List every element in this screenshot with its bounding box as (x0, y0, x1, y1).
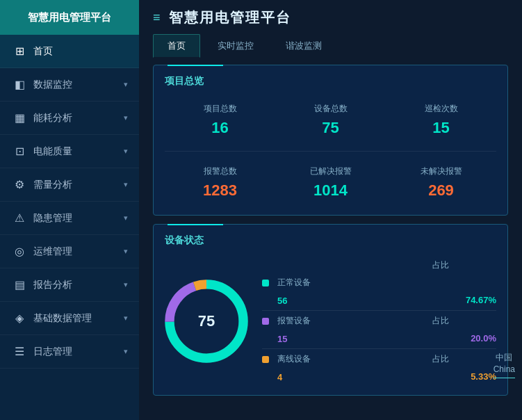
sidebar-item-basic-data[interactable]: ◈ 基础数据管理 ▾ (0, 302, 139, 335)
sidebar-item-hazard-mgmt-label: 隐患管理 (33, 212, 72, 225)
overview-card: 项目总览 项目总数 16 设备总数 75 巡检次数 15 报警总数 12 (153, 65, 508, 216)
device-legend: 占比 正常设备 56 74.67% (262, 257, 496, 385)
stat-total-alarms: 报警总数 1283 (165, 160, 275, 205)
report-icon: ▤ (13, 278, 26, 291)
legend-header-pct: 占比 (407, 259, 449, 271)
sidebar-header: 智慧用电管理平台 (0, 0, 139, 35)
basic-data-icon: ◈ (13, 312, 26, 325)
tab-harmonic-monitor[interactable]: 谐波监测 (271, 34, 336, 58)
sidebar-item-report-analysis-label: 报告分析 (33, 279, 72, 291)
offline-devices-label: 离线设备 (277, 353, 402, 365)
sidebar-item-power-quality[interactable]: ⊡ 电能质量 ▾ (0, 135, 139, 168)
stat-total-devices-value: 75 (322, 119, 339, 137)
sidebar-item-home-label: 首页 (33, 45, 53, 58)
sidebar-item-log-mgmt[interactable]: ☰ 日志管理 ▾ (0, 335, 139, 369)
offline-dot (262, 356, 269, 363)
stat-unresolved-alarms: 未解决报警 269 (386, 160, 496, 205)
sidebar-item-demand-analysis[interactable]: ⚙ 需量分析 ▾ (0, 168, 139, 202)
device-status-title: 设备状态 (165, 234, 496, 247)
legend-divider-1 (262, 310, 496, 311)
sidebar-item-basic-data-label: 基础数据管理 (33, 312, 92, 325)
stat-total-projects-label: 项目总数 (204, 103, 237, 115)
stat-unresolved-alarms-label: 未解决报警 (421, 165, 462, 177)
stat-total-devices: 设备总数 75 (275, 97, 386, 143)
offline-devices-value: 4 (277, 371, 402, 382)
legend-header-row: 占比 (262, 257, 496, 274)
sidebar-item-ops-mgmt-label: 运维管理 (33, 245, 72, 258)
sidebar-item-hazard-mgmt[interactable]: ⚠ 隐患管理 ▾ (0, 202, 139, 235)
sidebar-item-report-analysis[interactable]: ▤ 报告分析 ▾ (0, 268, 139, 302)
device-status-content: 75 占比 正常设备 (165, 257, 496, 385)
overview-grid-top: 项目总数 16 设备总数 75 巡检次数 15 (165, 97, 496, 143)
pe-china-zh: 中国 (494, 352, 515, 364)
legend-offline-value-row: 4 5.33% (262, 368, 496, 385)
stat-total-projects: 项目总数 16 (165, 97, 275, 143)
sidebar-item-data-monitor-label: 数据监控 (33, 79, 72, 91)
donut-chart: 75 (165, 280, 248, 363)
sidebar-item-home[interactable]: ⊞ 首页 (0, 35, 139, 68)
content-area: 项目总览 项目总数 16 设备总数 75 巡检次数 15 报警总数 12 (139, 58, 522, 420)
normal-devices-value: 56 (277, 294, 402, 306)
stat-total-alarms-label: 报警总数 (204, 165, 237, 177)
chevron-down-icon-6: ▾ (124, 247, 128, 256)
page-title: 智慧用电管理平台 (169, 8, 291, 27)
pe-china-watermark: 中国 China (494, 352, 515, 378)
legend-alarm-label-row: 报警设备 占比 (262, 312, 496, 330)
legend-normal-value-row: 56 74.67% (262, 291, 496, 309)
sidebar-item-log-mgmt-label: 日志管理 (33, 346, 72, 358)
overview-card-title: 项目总览 (165, 75, 496, 88)
alarm-devices-pct: 20.0% (455, 333, 496, 344)
normal-devices-label: 正常设备 (277, 277, 402, 289)
pe-china-en: China (494, 364, 515, 375)
data-monitor-icon: ◧ (13, 78, 26, 91)
chevron-down-icon-3: ▾ (124, 147, 128, 156)
chevron-down-icon-9: ▾ (124, 347, 128, 356)
hazard-icon: ⚠ (13, 211, 26, 225)
sidebar-item-data-monitor[interactable]: ◧ 数据监控 ▾ (0, 68, 139, 102)
chevron-down-icon: ▾ (124, 80, 128, 89)
sidebar-item-power-quality-label: 电能质量 (33, 145, 72, 158)
alarm-dot (262, 318, 269, 325)
home-icon: ⊞ (13, 45, 26, 58)
chevron-down-icon-4: ▾ (124, 180, 128, 189)
stat-total-projects-value: 16 (211, 119, 228, 137)
stat-total-alarms-value: 1283 (203, 181, 237, 200)
normal-dot (262, 280, 269, 286)
tab-home[interactable]: 首页 (153, 34, 200, 58)
chevron-down-icon-2: ▾ (124, 113, 128, 122)
sidebar-item-demand-analysis-label: 需量分析 (33, 179, 72, 191)
stat-inspections: 巡检次数 15 (386, 97, 496, 143)
stat-inspections-value: 15 (432, 119, 449, 137)
tab-realtime-monitor[interactable]: 实时监控 (203, 34, 268, 58)
alarm-devices-label: 报警设备 (277, 315, 402, 327)
offline-pct-label: 占比 (407, 353, 449, 365)
stat-unresolved-alarms-value: 269 (428, 181, 454, 200)
device-status-card: 设备状态 75 (153, 224, 508, 396)
sidebar-item-energy-analysis-label: 能耗分析 (33, 112, 72, 124)
offline-devices-pct: 5.33% (455, 371, 496, 382)
main-content: ≡ 智慧用电管理平台 首页 实时监控 谐波监测 项目总览 项目总数 16 设备总… (139, 0, 522, 420)
chevron-down-icon-7: ▾ (124, 280, 128, 289)
menu-icon: ≡ (153, 10, 161, 25)
sidebar-item-energy-analysis[interactable]: ▦ 能耗分析 ▾ (0, 102, 139, 135)
stat-resolved-alarms-value: 1014 (313, 181, 348, 200)
demand-analysis-icon: ⚙ (13, 178, 26, 191)
topbar: ≡ 智慧用电管理平台 (139, 0, 522, 27)
alarm-pct-label: 占比 (407, 315, 449, 327)
overview-grid-bottom: 报警总数 1283 已解决报警 1014 未解决报警 269 (165, 151, 496, 205)
tab-bar: 首页 实时监控 谐波监测 (139, 27, 522, 58)
legend-divider-2 (262, 348, 496, 349)
ops-icon: ◎ (13, 245, 26, 258)
sidebar-item-ops-mgmt[interactable]: ◎ 运维管理 ▾ (0, 235, 139, 268)
stat-resolved-alarms-label: 已解决报警 (310, 165, 352, 177)
legend-alarm-value-row: 15 20.0% (262, 330, 496, 347)
normal-devices-pct: 74.67% (455, 295, 496, 305)
legend-normal-label-row: 正常设备 (262, 274, 496, 291)
sidebar-header-label: 智慧用电管理平台 (28, 11, 111, 24)
alarm-devices-value: 15 (277, 332, 402, 344)
log-icon: ☰ (13, 345, 26, 358)
donut-center-value: 75 (198, 312, 215, 330)
stat-resolved-alarms: 已解决报警 1014 (275, 160, 386, 205)
sidebar: 智慧用电管理平台 ⊞ 首页 ◧ 数据监控 ▾ ▦ 能耗分析 ▾ ⊡ 电能质量 ▾… (0, 0, 139, 420)
stat-inspections-label: 巡检次数 (425, 103, 458, 115)
